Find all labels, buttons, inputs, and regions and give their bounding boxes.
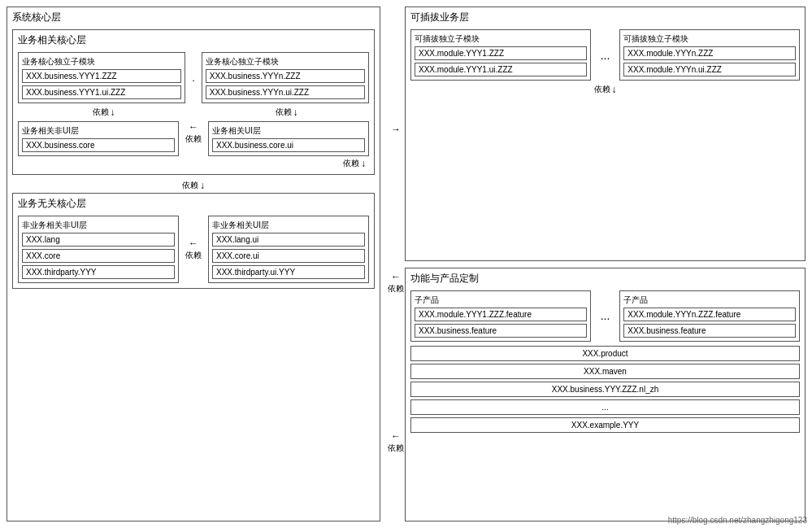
sub-product2: 子产品 XXX.module.YYYn.ZZZ.feature XXX.busi…	[619, 290, 800, 342]
right-section: → ← 依赖 ← 依赖 可插拔业务层 可插拔独立子模块 XXX.module.Y…	[387, 7, 805, 521]
left-panel: 系统核心层 业务相关核心层 业务核心独立子模块 XXX.business.YYY…	[7, 7, 380, 521]
biz-core-module2: 业务核心独立子模块 XXX.business.YYYn.ZZZ XXX.busi…	[202, 52, 369, 103]
full-item-4: ...	[410, 399, 800, 415]
sub-products-row: 子产品 XXX.module.YYY1.ZZZ.feature XXX.busi…	[410, 290, 800, 342]
biz-related-title: 业务相关核心层	[18, 33, 369, 47]
non-biz-non-ui-box: 非业务相关非UI层 XXX.lang XXX.core XXX.thirdpar…	[18, 216, 179, 283]
full-width-items: XXX.product XXX.maven XXX.business.YYY.Z…	[410, 346, 800, 433]
arrow-down5: ↓	[612, 84, 617, 95]
pluggable-module2-title: 可插拔独立子模块	[623, 33, 796, 44]
connector-area: → ← 依赖 ← 依赖	[387, 7, 405, 521]
biz-unrelated-title: 业务无关核心层	[18, 197, 369, 211]
plug-mod2-item2: XXX.module.YYYn.ui.ZZZ	[623, 63, 796, 76]
arrow-left4: ←	[391, 430, 401, 442]
arrow-right1: →	[391, 124, 401, 135]
arrow-left2-icon: ←	[189, 238, 198, 249]
non-biz-ui-item2: XXX.core.ui	[212, 249, 365, 263]
system-core-box: 系统核心层 业务相关核心层 业务核心独立子模块 XXX.business.YYY…	[7, 7, 380, 521]
arrow-down2: ↓	[293, 107, 298, 118]
bottom-modules-row: 业务相关非UI层 XXX.business.core ← 依赖 业务相关UI层 …	[18, 121, 369, 156]
arrow-down3: ↓	[361, 158, 366, 169]
sub-product2-title: 子产品	[623, 295, 796, 305]
biz-non-ui-title: 业务相关非UI层	[22, 125, 175, 136]
non-biz-non-ui-item1: XXX.lang	[22, 233, 175, 247]
full-item-1: XXX.product	[410, 346, 800, 361]
non-biz-ui-title: 非业务相关UI层	[212, 220, 365, 230]
non-biz-ui-box: 非业务相关UI层 XXX.lang.ui XXX.core.ui XXX.thi…	[208, 216, 369, 283]
arrow-left3: ←	[391, 271, 401, 282]
pluggable-modules-row: 可插拔独立子模块 XXX.module.YYY1.ZZZ XXX.module.…	[410, 29, 800, 81]
dep-label1: 依赖	[93, 107, 109, 118]
full-item-5: XXX.example.YYY	[410, 417, 800, 433]
dep-arrows-row: 依赖 ↓ 依赖 ↓	[18, 107, 369, 118]
biz-module2-title: 业务核心独立子模块	[206, 56, 365, 67]
pluggable-module2: 可插拔独立子模块 XXX.module.YYYn.ZZZ XXX.module.…	[619, 29, 800, 81]
arrow-down4: ↓	[200, 180, 205, 191]
vert-dep-area: 依赖 ↓	[12, 180, 375, 191]
biz-ui-box: 业务相关UI层 XXX.business.core.ui	[208, 121, 369, 156]
biz-ui-title: 业务相关UI层	[212, 125, 365, 136]
biz-ui-item1: XXX.business.core.ui	[212, 138, 365, 152]
top-connector: →	[391, 124, 401, 135]
feature-dots: ...	[597, 290, 614, 342]
plug-dep-label: 依赖	[594, 84, 610, 95]
watermark: https://blog.csdn.net/zhangzhigong123	[668, 516, 807, 525]
pluggable-title: 可插拔业务层	[410, 11, 800, 24]
sub-product1: 子产品 XXX.module.YYY1.ZZZ.feature XXX.busi…	[410, 290, 591, 342]
plug-dots: ...	[597, 29, 614, 81]
biz-module2-item1: XXX.business.YYYn.ZZZ	[206, 69, 365, 83]
arrow-left-icon: ←	[189, 121, 198, 133]
top-modules-row: 业务核心独立子模块 XXX.business.YYY1.ZZZ XXX.busi…	[18, 52, 369, 103]
sub-prod1-item2: XXX.business.feature	[415, 324, 587, 338]
dep-arrow-right: 依赖 ↓	[204, 107, 369, 118]
dep-label4: 依赖	[343, 158, 359, 169]
biz-module1-item1: XXX.business.YYY1.ZZZ	[22, 69, 181, 83]
dep-arrow-horizontal: ← 依赖	[184, 121, 203, 145]
spacer1	[191, 107, 199, 118]
sub-prod1-item1: XXX.module.YYY1.ZZZ.feature	[415, 308, 587, 321]
dep-label-unrelated: 依赖	[185, 250, 202, 261]
full-item-3: XXX.business.YYY.ZZZ.nl_zh	[410, 382, 800, 397]
dep-mid: 依赖	[388, 283, 404, 295]
mid-connector: ← 依赖	[388, 271, 404, 295]
vert-dep-label: 依赖	[182, 180, 198, 191]
plug-mod1-item1: XXX.module.YYY1.ZZZ	[415, 46, 587, 60]
pluggable-layer-box: 可插拔业务层 可插拔独立子模块 XXX.module.YYY1.ZZZ XXX.…	[405, 7, 805, 261]
non-biz-ui-item3: XXX.thirdparty.ui.YYY	[212, 265, 365, 279]
feature-layer-box: 功能与产品定制 子产品 XXX.module.YYY1.ZZZ.feature …	[405, 268, 805, 522]
biz-module1-title: 业务核心独立子模块	[22, 56, 181, 67]
right-panel: 可插拔业务层 可插拔独立子模块 XXX.module.YYY1.ZZZ XXX.…	[405, 7, 805, 521]
non-biz-ui-item1: XXX.lang.ui	[212, 233, 365, 247]
plug-dep-area: 依赖 ↓	[410, 84, 800, 95]
non-biz-non-ui-item3: XXX.thirdparty.YYY	[22, 265, 175, 279]
dep-arrow-h2: ← 依赖	[184, 216, 203, 283]
full-item-2: XXX.maven	[410, 364, 800, 379]
system-core-title: 系统核心层	[12, 11, 375, 24]
dep-arrow-left: 依赖 ↓	[21, 107, 186, 118]
bot-connector: ← 依赖	[388, 430, 404, 454]
biz-non-ui-box: 业务相关非UI层 XXX.business.core	[18, 121, 179, 156]
dep-label4-area: 依赖 ↓	[18, 158, 369, 169]
non-biz-non-ui-title: 非业务相关非UI层	[22, 220, 175, 230]
biz-module2-item2: XXX.business.YYYn.ui.ZZZ	[206, 85, 365, 99]
sub-product1-title: 子产品	[415, 295, 587, 305]
biz-unrelated-box: 业务无关核心层 非业务相关非UI层 XXX.lang XXX.core XXX.…	[12, 193, 375, 289]
dep-label3: 依赖	[185, 133, 202, 145]
sub-prod2-item1: XXX.module.YYYn.ZZZ.feature	[623, 308, 796, 321]
dep-label2: 依赖	[276, 107, 292, 118]
unrelated-modules-row: 非业务相关非UI层 XXX.lang XXX.core XXX.thirdpar…	[18, 216, 369, 283]
biz-module1-item2: XXX.business.YYY1.ui.ZZZ	[22, 85, 181, 99]
arrow-down1: ↓	[111, 107, 115, 118]
non-biz-non-ui-item2: XXX.core	[22, 249, 175, 263]
dep-bot: 依赖	[388, 443, 404, 454]
sub-prod2-item2: XXX.business.feature	[623, 324, 796, 338]
business-related-core-box: 业务相关核心层 业务核心独立子模块 XXX.business.YYY1.ZZZ …	[12, 29, 375, 175]
pluggable-module1: 可插拔独立子模块 XXX.module.YYY1.ZZZ XXX.module.…	[410, 29, 591, 81]
plug-mod2-item1: XXX.module.YYYn.ZZZ	[623, 46, 796, 60]
feature-title: 功能与产品定制	[410, 272, 800, 286]
plug-mod1-item2: XXX.module.YYY1.ui.ZZZ	[415, 63, 587, 76]
dots-separator1: .	[190, 52, 197, 103]
biz-non-ui-item1: XXX.business.core	[22, 138, 175, 152]
biz-core-module1: 业务核心独立子模块 XXX.business.YYY1.ZZZ XXX.busi…	[18, 52, 185, 103]
pluggable-module1-title: 可插拔独立子模块	[415, 33, 587, 44]
